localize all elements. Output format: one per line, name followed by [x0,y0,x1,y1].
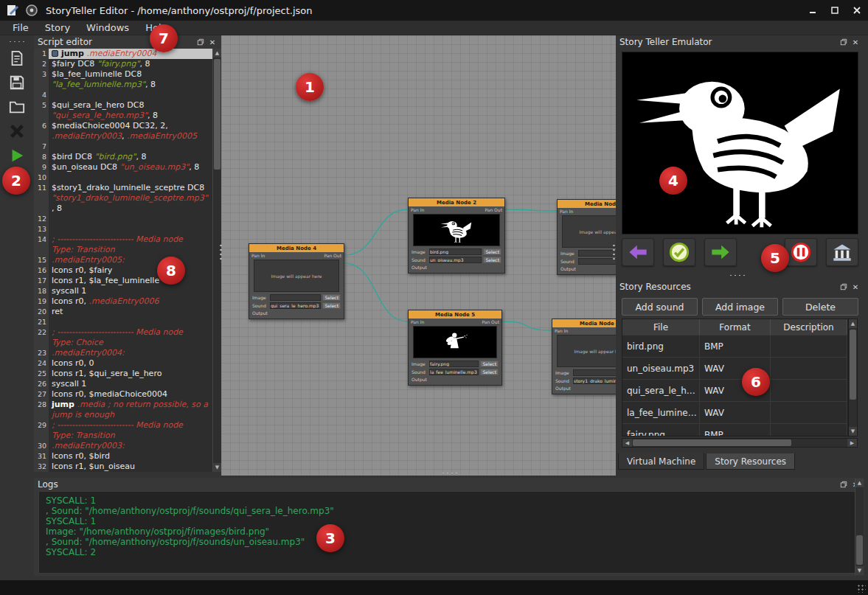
code-line[interactable]: 18syscall 1 [34,286,212,296]
resources-table-hscrollbar[interactable]: ◀ ▶ [622,438,858,448]
code-line[interactable]: 12 [34,214,212,224]
node-field-value[interactable]: story1_drako_luminelle_sceptre.mp3 [573,377,616,384]
code-line[interactable]: 27lcons r0, $mediaChoice0004 [34,389,212,400]
emulator-dock-titlebar[interactable]: Story Teller Emulator ✕ [616,35,864,49]
titlebar[interactable]: StoryTeller Editor - /home/anthony/ostpr… [0,0,868,21]
scrollbar-thumb[interactable] [856,535,863,565]
script-editor[interactable]: 1jump .mediaEntry00042$fairy DC8 "fairy.… [34,49,212,472]
minimize-button[interactable] [802,0,824,21]
step-back-button[interactable] [622,238,654,266]
node-field-value[interactable] [578,250,616,257]
table-row[interactable]: un_oiseau.mp3WAV [622,358,847,380]
scrollbar-thumb[interactable] [850,330,856,400]
input-port[interactable]: Pan In [560,209,573,214]
code-line[interactable]: 29; -------------------------- Media nod… [34,420,212,441]
close-button[interactable] [846,0,868,21]
output-port[interactable]: Pan Out [324,253,341,258]
code-line[interactable]: 9$un_oiseau DC8 "un_oiseau.mp3", 8 [34,162,212,173]
logs-scrollbar[interactable]: ▲ ▼ [855,479,864,575]
code-line[interactable]: 26syscall 1 [34,379,212,389]
output-port[interactable]: Pan Out [482,319,499,324]
delete-button[interactable]: Delete [782,298,858,316]
tab-virtual-machine[interactable]: Virtual Machine [618,453,704,470]
new-script-button[interactable] [7,49,27,68]
code-line[interactable]: 5$qui_sera_le_hero DC8 "qui_sera_le_hero… [34,100,212,121]
code-line[interactable]: 16lcons r0, $fairy [34,265,212,276]
float-dock-icon[interactable] [839,282,849,292]
code-line[interactable]: 28jump .media ; no return possible, so a… [34,400,212,420]
scroll-down-icon[interactable]: ▼ [213,463,221,472]
menu-item-file[interactable]: File [4,22,37,33]
node-field-value[interactable]: qui_sera_le_hero.mp3 [270,302,321,309]
code-line[interactable]: 13 [34,224,212,234]
menu-item-story[interactable]: Story [37,22,78,33]
add-sound-button[interactable]: Add sound [622,298,698,316]
splitter-handle[interactable] [612,243,616,262]
column-header[interactable]: File [622,319,700,335]
run-button[interactable] [7,146,27,165]
float-dock-icon[interactable] [839,479,849,490]
scrollbar-thumb[interactable] [214,59,221,170]
table-row[interactable]: bird.pngBMP [622,335,847,358]
splitter-handle[interactable] [729,274,748,277]
scroll-down-icon[interactable]: ▼ [855,566,864,575]
node-select-button[interactable]: Select [480,369,499,375]
resources-dock-titlebar[interactable]: Story Resources ✕ [616,280,864,293]
close-project-button[interactable] [7,122,27,141]
node-select-button[interactable]: Select [483,248,501,255]
table-row[interactable]: la_fee_lumine…WAV [622,402,847,424]
resources-table-scrollbar[interactable]: ▲ ▼ [848,319,858,436]
close-dock-icon[interactable]: ✕ [850,282,861,292]
step-forward-button[interactable] [704,238,737,266]
code-line[interactable]: 7 [34,142,212,152]
code-line[interactable]: 20ret [34,307,212,317]
input-port[interactable]: Pan In [251,253,265,258]
code-line[interactable]: 31lcons r0, $bird [34,451,212,462]
table-row[interactable]: qui_sera_le_h…WAV [622,380,847,402]
media-node[interactable]: Media Node 2Pan InPan OutImagebird.pngSe… [408,198,505,274]
table-row[interactable]: fairy.pngBMP [622,424,847,436]
code-line[interactable]: 22; -------------------------- Media nod… [34,327,212,348]
scroll-up-icon[interactable]: ▲ [213,49,221,58]
code-line[interactable]: 3$la_fee_luminelle DC8 "la_fee_luminelle… [34,69,212,90]
media-node[interactable]: Media Node 3Pan InPan OutImage will appe… [552,319,616,394]
node-field-value[interactable]: fairy.png [429,361,479,367]
float-dock-icon[interactable] [195,37,206,47]
code-line[interactable]: 32lcons r1, $un_oiseau [34,462,212,472]
scroll-left-icon[interactable]: ◀ [622,439,632,447]
input-port[interactable]: Pan In [411,207,424,212]
media-node[interactable]: Media Node 4Pan InPan OutImage will appe… [249,243,344,319]
code-line[interactable]: 19lcons r0, .mediaEntry0006 [34,296,212,307]
code-line[interactable]: 4 [34,90,212,100]
splitter-handle[interactable] [219,243,223,262]
media-node[interactable]: Media Node 6Pan InPan OutImage will appe… [557,199,616,275]
code-line[interactable]: 2$fairy DC8 "fairy.png", 8 [34,59,212,69]
code-line[interactable]: 30.mediaEntry0003: [34,441,212,451]
scroll-up-icon[interactable]: ▲ [849,319,857,328]
code-line[interactable]: 23.mediaEntry0004: [34,348,212,358]
code-line[interactable]: 14; -------------------------- Media nod… [34,234,212,255]
scrollbar-thumb[interactable] [633,439,791,446]
code-line[interactable]: 6$mediaChoice0004 DC32, 2, .mediaEntry00… [34,121,212,142]
media-node[interactable]: Media Node 5Pan InPan OutImagefairy.pngS… [408,310,502,386]
resize-grip[interactable] [857,584,866,593]
code-line[interactable]: 15.mediaEntry0005: [34,255,212,265]
float-dock-icon[interactable] [839,37,849,47]
code-line[interactable]: 8$bird DC8 "bird.png", 8 [34,152,212,162]
code-line[interactable]: 21 [34,317,212,327]
scroll-right-icon[interactable]: ▶ [847,439,857,447]
code-line[interactable]: 1jump .mediaEntry0004 [34,49,212,59]
close-dock-icon[interactable]: ✕ [207,37,218,47]
close-dock-icon[interactable]: ✕ [850,37,861,47]
tab-story-resources[interactable]: Story Resources [706,453,795,470]
maximize-button[interactable] [824,0,846,21]
node-graph-canvas[interactable]: Media Node 4Pan InPan OutImage will appe… [221,35,616,476]
ok-button[interactable] [663,238,695,266]
code-line[interactable]: 24lcons r0, 0 [34,358,212,369]
splitter-handle[interactable] [441,471,460,475]
input-port[interactable]: Pan In [411,319,424,324]
code-line[interactable]: 17lcons r1, $la_fee_luminelle [34,276,212,286]
node-field-value[interactable] [270,294,321,301]
add-image-button[interactable]: Add image [702,298,778,316]
logs-dock-titlebar[interactable]: Logs ✕ [34,478,864,491]
